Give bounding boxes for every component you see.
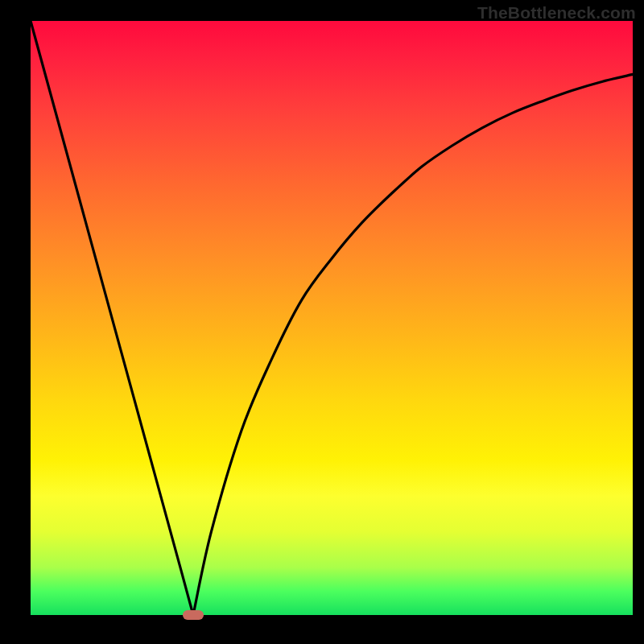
- chart-frame: TheBottleneck.com: [0, 0, 644, 644]
- bottleneck-curve: [31, 21, 633, 615]
- optimal-marker: [183, 610, 204, 620]
- watermark-text: TheBottleneck.com: [477, 3, 636, 23]
- plot-area: [31, 21, 633, 615]
